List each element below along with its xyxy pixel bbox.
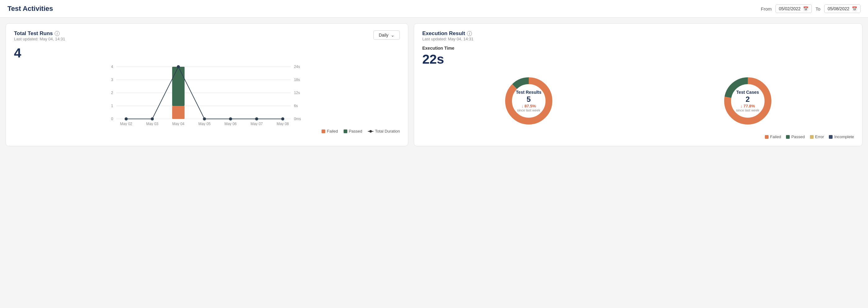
test-cases-pct: ↓ 77.8% [736,104,759,108]
legend-duration-label: Total Duration [375,129,400,134]
execution-result-header: Execution Result i Last updated: May 04,… [422,30,854,44]
legend-passed-label: Passed [349,129,362,134]
total-test-runs-card: Total Test Runs i Last updated: May 04, … [6,23,408,146]
exec-legend: Failed Passed Error Incomplete [422,134,854,139]
chart-legend: Failed Passed Total Duration [14,129,400,134]
execution-result-title-group: Execution Result i Last updated: May 04,… [422,30,473,44]
total-test-runs-count: 4 [14,46,400,61]
failed-color-box [321,130,325,133]
legend-duration: Total Duration [368,129,400,134]
to-date-value: 05/08/2022 [828,6,849,11]
svg-point-27 [203,117,206,121]
svg-text:May 03: May 03 [146,122,158,126]
svg-text:May 06: May 06 [224,122,237,126]
exec-error-label: Error [815,134,824,139]
exec-legend-passed: Passed [786,134,805,139]
test-cases-donut-wrap: Test Cases 2 ↓ 77.8% since last week [720,73,776,129]
test-cases-donut: Test Cases 2 ↓ 77.8% since last week [720,73,776,129]
svg-point-26 [177,65,180,68]
svg-point-29 [255,117,258,121]
svg-text:18s: 18s [294,78,300,82]
chevron-down-icon: ⌄ [391,33,395,38]
svg-text:6s: 6s [294,104,298,108]
execution-time-label: Execution Time [422,46,854,50]
legend-failed: Failed [321,129,338,134]
to-date-input[interactable]: 05/08/2022 📅 [824,4,861,13]
donuts-row: Test Results 5 ↓ 87.5% since last week [422,73,854,129]
svg-text:3: 3 [111,78,113,82]
from-date-value: 05/02/2022 [779,6,801,11]
test-cases-value: 2 [736,95,759,104]
exec-error-box [810,135,814,139]
execution-result-card: Execution Result i Last updated: May 04,… [414,23,862,146]
exec-failed-box [765,135,769,139]
exec-passed-label: Passed [791,134,805,139]
execution-result-title: Execution Result i [422,30,473,37]
total-test-runs-header: Total Test Runs i Last updated: May 04, … [14,30,400,44]
svg-text:0: 0 [111,117,113,121]
main-content: Total Test Runs i Last updated: May 04, … [0,18,868,152]
legend-passed: Passed [344,129,362,134]
svg-text:May 04: May 04 [172,122,185,126]
total-test-runs-title: Total Test Runs i [14,30,65,37]
test-results-donut-wrap: Test Results 5 ↓ 87.5% since last week [501,73,557,129]
exec-passed-box [786,135,790,139]
daily-dropdown[interactable]: Daily ⌄ [373,30,400,40]
test-results-title: Test Results [516,90,541,95]
execution-result-info-icon[interactable]: i [467,31,472,36]
svg-text:May 02: May 02 [120,122,132,126]
page-header: Test Activities From 05/02/2022 📅 To 05/… [0,0,868,18]
to-label: To [815,6,820,11]
test-runs-chart: 4 3 2 1 0 24s 18s 12s 6s 0ms May 02 May … [14,64,400,126]
test-results-center-text: Test Results 5 ↓ 87.5% since last week [516,90,541,112]
svg-text:1: 1 [111,104,113,108]
svg-text:2: 2 [111,91,113,95]
test-results-value: 5 [516,95,541,104]
svg-text:May 08: May 08 [277,122,289,126]
execution-result-last-updated: Last updated: May 04, 14:31 [422,37,473,41]
from-date-input[interactable]: 05/02/2022 📅 [775,4,812,13]
legend-failed-label: Failed [327,129,338,134]
svg-text:24s: 24s [294,65,300,69]
svg-text:May 05: May 05 [198,122,211,126]
test-cases-title: Test Cases [736,90,759,95]
total-test-runs-last-updated: Last updated: May 04, 14:31 [14,37,65,41]
test-cases-center-text: Test Cases 2 ↓ 77.8% since last week [736,90,759,112]
date-filter-area: From 05/02/2022 📅 To 05/08/2022 📅 [761,4,861,13]
passed-color-box [344,130,347,133]
svg-rect-22 [172,106,185,119]
total-test-runs-info-icon[interactable]: i [55,31,60,36]
exec-failed-label: Failed [770,134,781,139]
duration-line-icon [368,131,373,132]
svg-text:4: 4 [111,65,113,69]
page-title: Test Activities [7,5,53,13]
to-calendar-icon[interactable]: 📅 [852,6,857,11]
svg-point-28 [229,117,232,121]
test-results-donut: Test Results 5 ↓ 87.5% since last week [501,73,557,129]
test-results-since: since last week [516,108,541,112]
test-results-pct: ↓ 87.5% [516,104,541,108]
exec-legend-error: Error [810,134,824,139]
exec-legend-incomplete: Incomplete [829,134,854,139]
svg-rect-23 [172,67,185,106]
svg-point-24 [125,117,128,121]
svg-point-25 [151,117,154,121]
svg-text:12s: 12s [294,91,300,95]
total-test-runs-title-group: Total Test Runs i Last updated: May 04, … [14,30,65,44]
execution-time-value: 22s [422,52,854,67]
svg-text:May 07: May 07 [250,122,263,126]
exec-legend-failed: Failed [765,134,781,139]
exec-incomplete-label: Incomplete [834,134,854,139]
from-label: From [761,6,772,11]
svg-point-30 [281,117,284,121]
test-cases-since: since last week [736,108,759,112]
exec-incomplete-box [829,135,833,139]
from-calendar-icon[interactable]: 📅 [803,6,808,11]
svg-text:0ms: 0ms [294,117,301,121]
